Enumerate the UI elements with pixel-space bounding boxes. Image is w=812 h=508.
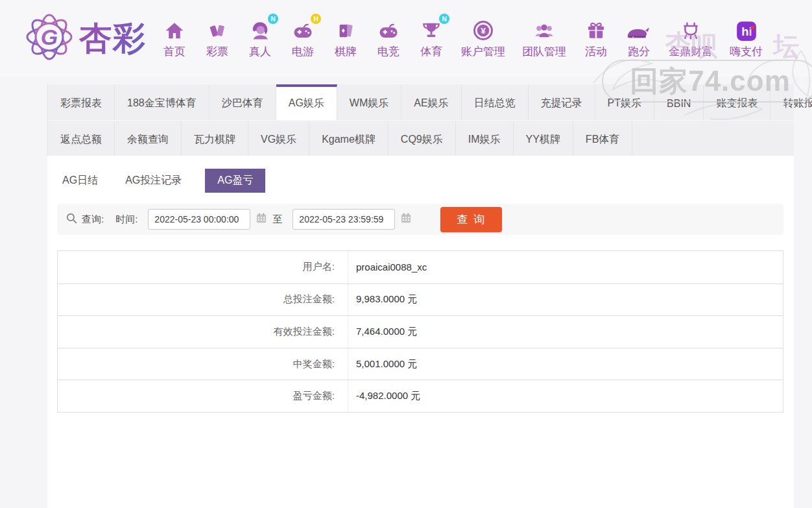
tab-ae-yule[interactable]: AE娱乐	[401, 84, 461, 120]
table-row-username: 用户名: proaicai0088_xc	[58, 251, 783, 284]
team-icon	[531, 18, 557, 42]
main-nav: 首页 彩票 N 真人	[153, 18, 771, 59]
nav-item-egame[interactable]: H 电游	[281, 18, 324, 59]
svg-text:G: G	[41, 25, 58, 49]
tab-kgame-qipai[interactable]: Kgame棋牌	[309, 121, 388, 156]
row-label: 中奖金额:	[58, 348, 348, 380]
nav-label: 嗨支付	[730, 44, 763, 59]
tab-zhuanzhang-baobiao[interactable]: 转账报表	[770, 84, 812, 120]
table-row-profit-loss: 盈亏金额: -4,982.0000 元	[58, 380, 783, 412]
calendar-icon[interactable]	[256, 212, 267, 226]
table-row-total-bet: 总投注金额: 9,983.0000 元	[58, 284, 783, 316]
brand-emblem-icon: G	[23, 11, 75, 66]
badge-n: N	[268, 14, 278, 24]
rhino-icon: ▲	[626, 18, 652, 42]
row-label: 盈亏金额:	[58, 380, 348, 412]
row-value: 7,464.0000 元	[348, 316, 783, 348]
nav-item-team[interactable]: 团队管理	[514, 18, 575, 59]
svg-text:¥: ¥	[481, 26, 486, 36]
nav-item-promotions[interactable]: 活动	[575, 18, 617, 59]
nav-label: 彩票	[206, 44, 228, 59]
subtab-ag-yingkui[interactable]: AG盈亏	[205, 169, 265, 193]
calendar-icon[interactable]	[400, 212, 412, 226]
search-button[interactable]: 查 询	[440, 207, 502, 232]
tab-yue-chaxun[interactable]: 余额查询	[115, 121, 182, 156]
slot-gamepad-icon: H	[290, 18, 316, 42]
tab-wm-yule[interactable]: WM娱乐	[337, 84, 401, 120]
tab-yy-qipai[interactable]: YY棋牌	[514, 121, 573, 156]
date-from-input[interactable]	[148, 209, 250, 230]
nav-label: 首页	[163, 44, 185, 59]
esports-gamepad-icon	[376, 18, 401, 42]
nav-label: 真人	[249, 44, 271, 59]
tab-chongti-jilu[interactable]: 充提记录	[529, 84, 595, 120]
report-tab-row-2: 返点总额 余额查询 瓦力棋牌 VG娱乐 Kgame棋牌 CQ9娱乐 IM娱乐 Y…	[48, 120, 794, 156]
nav-item-hipay[interactable]: h i 嗨支付	[721, 18, 771, 59]
tab-bbin[interactable]: BBIN	[654, 84, 704, 120]
tab-cq9-yule[interactable]: CQ9娱乐	[388, 121, 456, 156]
date-to-input[interactable]	[293, 209, 395, 230]
nav-label: 电游	[292, 44, 314, 59]
ding-icon	[678, 18, 704, 42]
cards-icon	[333, 18, 359, 42]
table-row-valid-bet: 有效投注金额: 7,464.0000 元	[58, 315, 783, 348]
nav-label: 账户管理	[461, 44, 505, 59]
row-value: 9,983.0000 元	[348, 284, 783, 316]
ticket-icon	[204, 18, 230, 42]
table-row-win-amount: 中奖金额: 5,001.0000 元	[58, 348, 783, 380]
nav-label: 体育	[420, 44, 442, 59]
nav-item-boardgames[interactable]: 棋牌	[324, 18, 367, 59]
tab-im-yule[interactable]: IM娱乐	[456, 121, 514, 156]
search-icon	[66, 212, 78, 227]
nav-item-paofen[interactable]: ▲ 跑分	[617, 18, 660, 59]
search-bar: 查询: 时间: 至 查 询	[57, 204, 783, 235]
report-tabbar: 彩票报表 188金宝博体育 沙巴体育 AG娱乐 WM娱乐 AE娱乐 日结总览 充…	[47, 84, 794, 156]
nav-item-esports[interactable]: 电竞	[367, 18, 410, 59]
tab-wali-qipai[interactable]: 瓦力棋牌	[182, 121, 248, 156]
tab-ag-yule[interactable]: AG娱乐	[276, 84, 337, 120]
row-label: 有效投注金额:	[58, 316, 348, 348]
to-separator: 至	[272, 213, 282, 226]
report-tab-row-1: 彩票报表 188金宝博体育 沙巴体育 AG娱乐 WM娱乐 AE娱乐 日结总览 充…	[48, 84, 794, 120]
tab-fb-tiyu[interactable]: FB体育	[573, 121, 632, 156]
nav-item-sports[interactable]: N 体育	[410, 18, 453, 59]
svg-text:h: h	[741, 25, 748, 38]
trophy-icon: N	[418, 18, 444, 42]
row-value: -4,982.0000 元	[348, 380, 783, 412]
tab-rijie-zonglan[interactable]: 日结总览	[462, 84, 529, 120]
time-label: 时间:	[115, 213, 137, 226]
tab-vg-yule[interactable]: VG娱乐	[248, 121, 309, 156]
live-person-icon: N	[247, 18, 273, 42]
nav-item-lottery[interactable]: 彩票	[196, 18, 239, 59]
tab-caipiao-baobiao[interactable]: 彩票报表	[48, 84, 115, 120]
row-label: 总投注金额:	[58, 284, 348, 316]
home-icon	[161, 18, 187, 42]
nav-item-home[interactable]: 首页	[153, 18, 196, 59]
tab-fandian-zonge[interactable]: 返点总额	[48, 121, 115, 156]
badge-h: H	[311, 14, 321, 24]
nav-item-account[interactable]: ¥ 账户管理	[453, 18, 514, 59]
nav-label: 棋牌	[335, 44, 357, 59]
gift-icon	[583, 18, 609, 42]
subtab-ag-rijie[interactable]: AG日结	[58, 169, 102, 193]
nav-label: 金鼎财富	[669, 44, 713, 59]
top-header: G 杏彩 首页 彩票	[0, 0, 812, 77]
svg-text:▲: ▲	[632, 35, 634, 38]
row-value: 5,001.0000 元	[348, 348, 783, 380]
brand-name: 杏彩	[79, 17, 147, 60]
query-label: 查询:	[82, 213, 104, 226]
nav-label: 跑分	[628, 44, 650, 59]
nav-item-jinding[interactable]: 金鼎财富	[660, 18, 721, 59]
tab-pt-yule[interactable]: PT娱乐	[595, 84, 654, 120]
subtab-ag-touzhu-jilu[interactable]: AG投注记录	[121, 169, 185, 193]
tab-zhangbian-baobiao[interactable]: 账变报表	[704, 84, 770, 120]
profit-table: 用户名: proaicai0088_xc 总投注金额: 9,983.0000 元…	[57, 250, 783, 413]
tab-188-jinbaobo[interactable]: 188金宝博体育	[115, 84, 209, 120]
brand-logo[interactable]: G 杏彩	[23, 11, 147, 66]
coin-icon: ¥	[470, 18, 496, 42]
tab-shaba-tiyu[interactable]: 沙巴体育	[209, 84, 276, 120]
nav-item-live[interactable]: N 真人	[239, 18, 281, 59]
nav-label: 团队管理	[522, 44, 566, 59]
row-label: 用户名:	[58, 251, 348, 284]
badge-n: N	[439, 14, 449, 24]
